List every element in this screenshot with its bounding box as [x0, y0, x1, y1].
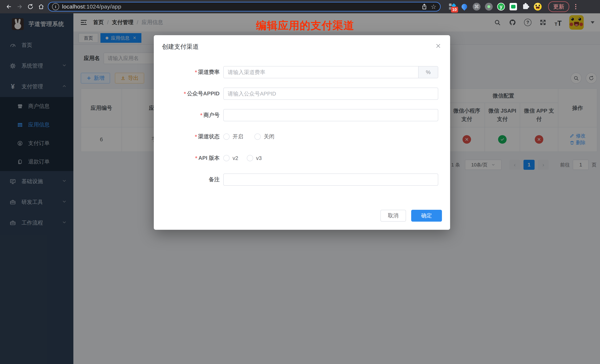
remark-label: 备注 — [209, 176, 220, 183]
extensions-row: 10 ⌘ y — [448, 3, 542, 11]
api-v2-radio[interactable]: v2 — [223, 155, 238, 161]
extension-grid-icon[interactable]: 10 — [448, 3, 456, 11]
required-asterisk: * — [195, 155, 197, 161]
status-label: 渠道状态 — [198, 133, 220, 140]
cancel-button[interactable]: 取消 — [380, 210, 406, 222]
required-asterisk: * — [200, 112, 202, 118]
merchant-input[interactable] — [223, 109, 438, 121]
rate-input[interactable] — [224, 66, 418, 78]
url-bar[interactable]: i localhost:1024/pay/app ☆ — [48, 2, 441, 11]
bookmark-star-icon[interactable]: ☆ — [431, 3, 436, 10]
api-v3-radio[interactable]: v3 — [247, 155, 262, 161]
status-on-radio[interactable]: 开启 — [223, 133, 243, 140]
dialog-title: 创建支付渠道 — [162, 43, 199, 51]
extension-dot-icon[interactable] — [485, 3, 493, 11]
browser-profile-avatar[interactable] — [534, 3, 542, 11]
create-pay-channel-dialog: 创建支付渠道 *渠道费率 % *公众号APPID — [154, 35, 450, 230]
extension-y-icon[interactable]: y — [497, 3, 505, 11]
form-row-remark: 备注 — [154, 173, 442, 186]
appid-input[interactable] — [223, 88, 438, 100]
form-row-status: *渠道状态 开启 关闭 — [154, 130, 442, 143]
radio-circle-icon — [247, 155, 253, 161]
annotation-text: 编辑应用的支付渠道 — [256, 18, 355, 33]
browser-update-button[interactable]: 更新 — [548, 1, 569, 12]
reload-icon[interactable] — [26, 3, 35, 11]
radio-circle-icon — [254, 134, 261, 140]
api-version-label: API 版本 — [198, 155, 220, 162]
merchant-label: 商户号 — [204, 111, 220, 119]
remark-input[interactable] — [223, 173, 438, 186]
forward-icon[interactable] — [16, 3, 24, 11]
site-info-icon[interactable]: i — [52, 3, 59, 10]
url-text: localhost:1024/pay/app — [62, 3, 121, 10]
form-row-appid: *公众号APPID — [154, 88, 442, 100]
appid-label: 公众号APPID — [187, 90, 220, 97]
dialog-footer: 取消 确定 — [380, 210, 442, 222]
share-icon[interactable] — [421, 3, 428, 10]
radio-circle-icon — [223, 134, 230, 140]
rate-label: 渠道费率 — [198, 69, 220, 76]
browser-toolbar: i localhost:1024/pay/app ☆ 10 ⌘ y 更新 — [0, 0, 600, 13]
extension-badge: 10 — [451, 7, 458, 13]
form-row-merchant: *商户号 — [154, 109, 442, 121]
radio-circle-icon — [223, 155, 230, 161]
home-icon[interactable] — [37, 3, 45, 11]
extension-command-icon[interactable]: ⌘ — [472, 3, 481, 11]
rate-suffix: % — [418, 66, 438, 78]
screen: i localhost:1024/pay/app ☆ 10 ⌘ y 更新 — [0, 0, 600, 364]
browser-menu-icon[interactable] — [574, 3, 577, 10]
dialog-form: *渠道费率 % *公众号APPID *商户号 — [154, 66, 442, 195]
required-asterisk: * — [195, 69, 197, 75]
form-row-api-version: *API 版本 v2 v3 — [154, 152, 442, 164]
form-row-rate: *渠道费率 % — [154, 66, 442, 78]
back-icon[interactable] — [5, 3, 13, 11]
extension-chat-icon[interactable] — [509, 3, 517, 11]
extensions-puzzle-icon[interactable] — [521, 3, 530, 11]
required-asterisk: * — [184, 91, 186, 97]
close-icon[interactable] — [434, 42, 442, 50]
required-asterisk: * — [195, 134, 197, 140]
extension-balloon-icon[interactable] — [460, 3, 469, 11]
status-off-radio[interactable]: 关闭 — [254, 133, 274, 140]
confirm-button[interactable]: 确定 — [411, 210, 442, 222]
